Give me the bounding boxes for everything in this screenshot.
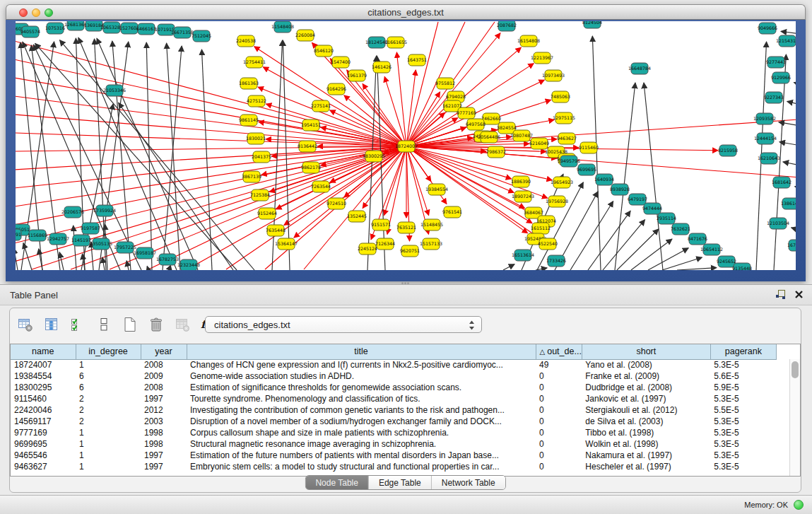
table-scrollbar[interactable] (789, 359, 800, 476)
graph-node[interactable]: 16958187 (134, 247, 156, 259)
graph-node[interactable]: 7986372 (486, 146, 506, 158)
close-panel-icon[interactable] (794, 290, 804, 299)
graph-node[interactable]: 9151571 (371, 219, 391, 230)
graph-node[interactable]: 7635448 (266, 225, 286, 236)
graph-node[interactable]: 16513614 (512, 250, 534, 261)
graph-node[interactable]: 9474444 (642, 203, 662, 214)
graph-node[interactable]: 6216049 (529, 138, 549, 149)
table-row[interactable]: 1456911722003Disruption of a novel membe… (11, 416, 776, 427)
column-header-in_degree[interactable]: in_degree (76, 344, 141, 359)
graph-node[interactable]: 9129966 (771, 72, 791, 83)
graph-node[interactable]: 16671358 (171, 27, 194, 38)
graph-node[interactable]: 16782753 (156, 254, 179, 265)
tab-network-table[interactable]: Network Table (432, 476, 505, 489)
graph-node[interactable]: 20564486 (478, 132, 500, 143)
graph-node[interactable]: 12103504 (767, 218, 789, 229)
graph-node[interactable]: 1075316 (45, 23, 65, 34)
graph-node[interactable]: 9463627 (557, 133, 577, 144)
graph-node[interactable]: 3867139 (242, 171, 261, 182)
graph-node[interactable]: 9777169 (457, 107, 476, 119)
table-row[interactable]: 2242004622012Investigating the contribut… (11, 404, 776, 416)
graph-node[interactable]: 20206576 (61, 206, 84, 218)
graph-node[interactable]: 12942757 (47, 233, 69, 245)
graph-node[interactable]: 9115460 (579, 142, 599, 153)
column-header-pagerank[interactable]: pagerank (710, 344, 776, 359)
graph-node[interactable]: 9862178 (301, 162, 321, 173)
graph-node[interactable]: 19384554 (425, 184, 448, 195)
graph-node[interactable]: 1640934 (594, 174, 614, 185)
create-column-icon[interactable] (122, 316, 139, 333)
graph-node[interactable]: 19756928 (546, 196, 568, 207)
graph-node[interactable]: 18300295 (363, 151, 385, 162)
table-select-dropdown[interactable]: citations_edges.txt (205, 316, 482, 333)
graph-node[interactable]: 1677459 (787, 240, 796, 251)
graph-node[interactable]: 15364147 (275, 238, 298, 250)
graph-node[interactable]: 2041375 (252, 151, 271, 163)
graph-node[interactable]: 15148455 (420, 219, 443, 230)
graph-node[interactable]: 9405574 (20, 26, 40, 37)
table-row[interactable]: 1830029562008Estimation of significance … (11, 382, 776, 393)
column-header-title[interactable]: title (187, 344, 536, 359)
graph-node[interactable]: 18124540 (365, 37, 388, 48)
graph-node[interactable]: 1156869 (28, 230, 47, 241)
tab-edge-table[interactable]: Edge Table (369, 476, 432, 489)
graph-node[interactable]: 2245124 (358, 243, 377, 255)
graph-node[interactable]: 4275122 (247, 95, 266, 107)
graph-node[interactable]: 16210643 (758, 153, 780, 164)
graph-node[interactable]: 13505135 (90, 238, 112, 250)
table-row[interactable]: 977716911998Corpus callosum shape and si… (11, 427, 776, 438)
graph-node[interactable]: 11548408 (271, 21, 294, 33)
graph-node[interactable]: 12754411 (243, 57, 266, 68)
graph-node[interactable]: 4522540 (538, 238, 558, 250)
column-header-out_de[interactable]: △out_de... (536, 344, 582, 359)
table-row[interactable]: 969969511998Structural magnetic resonanc… (11, 438, 776, 450)
graph-node[interactable]: 9277443 (766, 57, 786, 68)
graph-node[interactable]: 7485063 (551, 91, 570, 103)
graph-node[interactable]: 8938928 (610, 184, 630, 195)
graph-node[interactable]: 9164296 (326, 83, 346, 95)
graph-node[interactable]: 2935114 (657, 213, 676, 224)
graph-node[interactable]: 8124504 (582, 21, 602, 28)
graph-node[interactable]: 15157133 (420, 238, 442, 250)
column-header-short[interactable]: short (582, 344, 710, 359)
panel-layout-icon[interactable] (95, 316, 112, 333)
graph-node[interactable]: 12154311 (776, 35, 796, 47)
graph-node[interactable]: 7635121 (396, 222, 416, 233)
window-titlebar[interactable]: citations_edges.txt (6, 4, 806, 20)
graph-node[interactable]: 6497568 (466, 119, 486, 130)
table-row[interactable]: 911546021997Tourette syndrome. Phenomeno… (11, 393, 776, 404)
graph-node[interactable]: 16648784 (628, 63, 651, 74)
tab-node-table[interactable]: Node Table (305, 476, 369, 489)
graph-node[interactable]: 8546120 (314, 45, 334, 57)
graph-node[interactable]: 19654923 (551, 177, 573, 188)
graph-node[interactable]: 6479197 (628, 194, 647, 205)
graph-node[interactable]: 6466163 (136, 23, 156, 35)
graph-node[interactable]: 1830021 (246, 133, 266, 144)
float-panel-icon[interactable] (775, 289, 786, 300)
graph-node[interactable]: 1615112 (531, 223, 551, 234)
graph-node[interactable]: 10807487 (510, 130, 533, 141)
graph-node[interactable]: 9761541 (442, 206, 462, 218)
scrollbar-thumb[interactable] (792, 361, 799, 378)
table-row[interactable]: 1938455462009Genome-wide association stu… (11, 370, 776, 382)
graph-node[interactable]: 18724007 (395, 141, 418, 152)
graph-node[interactable]: 12975115 (553, 112, 575, 124)
table-row[interactable]: 1872400712008Changes of HCN gene express… (11, 359, 776, 370)
graph-node[interactable]: 1733426 (546, 255, 566, 267)
graph-node[interactable]: 9861145 (239, 115, 259, 126)
graph-node[interactable]: 9699695 (577, 164, 596, 175)
row-selection-icon[interactable] (69, 316, 86, 333)
graph-node[interactable]: 12323448 (177, 259, 200, 270)
graph-node[interactable]: 9135448 (732, 263, 752, 270)
table-row[interactable]: 946554611997Estimation of the future num… (11, 450, 776, 461)
graph-node[interactable]: 8471676 (688, 233, 707, 245)
graph-node[interactable]: 1681642 (772, 177, 792, 188)
graph-node[interactable]: 10654112 (700, 244, 723, 255)
graph-node[interactable]: 19495796 (558, 156, 580, 167)
table-row[interactable]: 946362711997Embryonic stem cells: a mode… (11, 461, 776, 472)
graph-node[interactable]: 12213967 (531, 52, 553, 64)
graph-node[interactable]: 18907243 (512, 191, 534, 202)
delete-table-icon[interactable] (174, 316, 191, 333)
graph-node[interactable]: 7125384 (250, 189, 270, 201)
graph-node[interactable]: 1643751 (407, 54, 427, 66)
